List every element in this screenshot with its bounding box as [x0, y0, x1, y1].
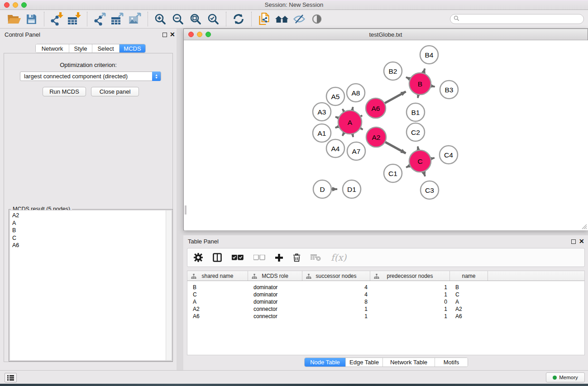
- graph-node-A3[interactable]: A3: [313, 103, 331, 121]
- cell-name[interactable]: A2: [450, 305, 488, 313]
- graph-node-D1[interactable]: D1: [343, 180, 361, 198]
- graph-node-B1[interactable]: B1: [406, 103, 425, 121]
- graph-node-A5[interactable]: A5: [326, 87, 344, 105]
- table-close-panel-icon[interactable]: ✕: [579, 238, 584, 245]
- delete-row-icon[interactable]: [293, 253, 301, 262]
- graph-edge-C-C4[interactable]: [431, 158, 434, 159]
- cell-shared-name[interactable]: A: [187, 298, 248, 305]
- graph-edge-B-B2[interactable]: [406, 77, 410, 79]
- add-row-icon[interactable]: [275, 254, 283, 262]
- cell-predecessor-nodes[interactable]: 1: [370, 284, 450, 291]
- refresh-icon[interactable]: [231, 12, 246, 26]
- cell-successor-nodes[interactable]: 8: [302, 298, 370, 305]
- show-graphics-icon[interactable]: [310, 12, 324, 26]
- zoom-window-button[interactable]: [21, 2, 27, 8]
- graph-edge-C-C1[interactable]: [406, 166, 410, 167]
- cell-predecessor-nodes[interactable]: 1: [370, 305, 450, 313]
- tab-node-table[interactable]: Node Table: [305, 358, 346, 367]
- criterion-dropdown[interactable]: largest connected component (directed) ▲…: [20, 71, 161, 81]
- canvas-left-scrollbar[interactable]: [185, 205, 186, 214]
- zoom-selected-icon[interactable]: [206, 12, 220, 26]
- result-list-item[interactable]: A6: [10, 242, 172, 249]
- table-settings-icon[interactable]: [194, 253, 203, 262]
- zoom-fit-icon[interactable]: [188, 12, 203, 26]
- tab-select[interactable]: Select: [92, 44, 120, 52]
- network-canvas[interactable]: AA6A2BCA5A8A3A1A4A7B2B4B3B1C2C4C1C3DD1: [184, 40, 588, 230]
- graph-edge-B-B4[interactable]: [424, 69, 425, 73]
- graph-node-C3[interactable]: C3: [421, 181, 439, 199]
- graph-edge-A-A7[interactable]: [353, 134, 353, 137]
- tab-motifs[interactable]: Motifs: [435, 358, 468, 367]
- export-table-icon[interactable]: [110, 12, 124, 26]
- close-panel-icon[interactable]: ✕: [170, 31, 175, 38]
- cell-name[interactable]: C: [450, 291, 488, 298]
- cell-shared-name[interactable]: C: [187, 291, 248, 298]
- result-list-item[interactable]: A: [10, 219, 172, 227]
- float-panel-icon[interactable]: [163, 33, 167, 37]
- close-window-button[interactable]: [4, 2, 10, 8]
- resize-grip-icon[interactable]: [581, 224, 587, 229]
- table-float-panel-icon[interactable]: [571, 239, 576, 244]
- export-image-icon[interactable]: [128, 12, 142, 26]
- zoom-out-icon[interactable]: [171, 12, 185, 26]
- graph-edge-A6-B[interactable]: [385, 91, 406, 103]
- table-row[interactable]: Adominator80A: [187, 298, 584, 305]
- result-list-item[interactable]: A2: [10, 210, 172, 219]
- graph-node-A1[interactable]: A1: [313, 124, 331, 142]
- open-session-icon[interactable]: [6, 12, 21, 26]
- network-manager-icon[interactable]: [274, 12, 289, 26]
- tab-mcds[interactable]: MCDS: [120, 44, 145, 52]
- graph-node-A7[interactable]: A7: [347, 142, 365, 160]
- copy-style-icon[interactable]: [257, 12, 271, 26]
- run-mcds-button[interactable]: Run MCDS: [43, 87, 86, 96]
- graph-node-C[interactable]: C: [409, 150, 431, 172]
- cell-MCDS-role[interactable]: dominator: [248, 284, 302, 291]
- graph-node-B[interactable]: B: [409, 73, 431, 95]
- network-window-titlebar[interactable]: testGlobe.txt: [184, 29, 588, 40]
- close-panel-button[interactable]: Close panel: [91, 87, 139, 96]
- cell-name[interactable]: A6: [450, 313, 488, 320]
- graph-node-B3[interactable]: B3: [440, 81, 458, 99]
- mcds-result-list[interactable]: A2ABCA6: [10, 210, 172, 361]
- tab-network[interactable]: Network: [36, 44, 69, 52]
- graph-node-A6[interactable]: A6: [366, 98, 386, 118]
- import-table-icon[interactable]: [67, 12, 81, 26]
- graph-edge-A-A1[interactable]: [335, 127, 339, 128]
- graph-node-A8[interactable]: A8: [347, 84, 365, 102]
- graph-edge-A2-C[interactable]: [385, 142, 406, 153]
- cell-predecessor-nodes[interactable]: 1: [370, 291, 450, 298]
- tab-style[interactable]: Style: [69, 44, 92, 52]
- graph-edge-A-A6[interactable]: [361, 115, 362, 116]
- network-graph[interactable]: AA6A2BCA5A8A3A1A4A7B2B4B3B1C2C4C1C3DD1: [184, 40, 588, 230]
- hide-all-columns-icon[interactable]: [253, 255, 265, 260]
- net-zoom-button[interactable]: [206, 32, 211, 37]
- memory-button[interactable]: Memory: [546, 372, 585, 382]
- graph-node-A[interactable]: A: [338, 110, 362, 134]
- tab-edge-table[interactable]: Edge Table: [346, 358, 383, 367]
- tab-network-table[interactable]: Network Table: [383, 358, 435, 367]
- search-field[interactable]: [450, 14, 584, 24]
- graph-node-C4[interactable]: C4: [440, 146, 458, 164]
- zoom-in-icon[interactable]: [153, 12, 167, 26]
- graph-edge-A-A8[interactable]: [352, 107, 353, 110]
- search-input[interactable]: [459, 15, 583, 23]
- net-minimize-button[interactable]: [197, 32, 202, 37]
- column-header-successor-nodes[interactable]: successor nodes: [302, 271, 370, 281]
- graph-edge-A-A2[interactable]: [361, 128, 363, 129]
- cell-shared-name[interactable]: B: [187, 284, 248, 291]
- cell-successor-nodes[interactable]: 4: [302, 291, 370, 298]
- export-network-icon[interactable]: [92, 12, 107, 26]
- column-header-predecessor-nodes[interactable]: predecessor nodes: [370, 271, 450, 281]
- graph-edge-B-B1[interactable]: [418, 95, 418, 98]
- result-list-item[interactable]: C: [10, 234, 172, 242]
- graph-node-A4[interactable]: A4: [326, 139, 344, 157]
- graph-node-D[interactable]: D: [313, 180, 331, 198]
- graph-edge-C-C2[interactable]: [418, 147, 418, 150]
- table-row[interactable]: A6connector11A6: [187, 313, 584, 320]
- cell-name[interactable]: B: [450, 284, 488, 291]
- result-list-item[interactable]: B: [10, 227, 172, 234]
- hide-graphics-icon[interactable]: [292, 12, 306, 26]
- graph-edge-B-B3[interactable]: [431, 86, 435, 87]
- graph-node-C2[interactable]: C2: [406, 123, 425, 141]
- cell-predecessor-nodes[interactable]: 0: [370, 298, 450, 305]
